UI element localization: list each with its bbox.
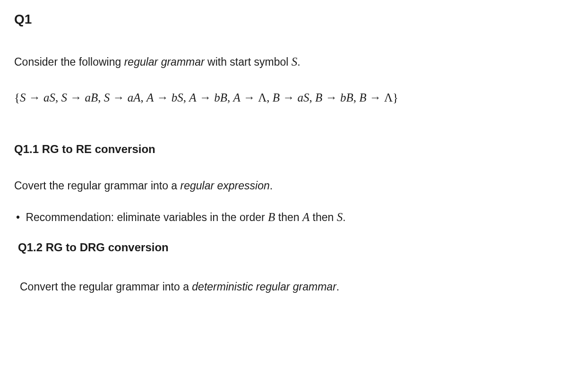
rec-var-b: B [268, 211, 275, 223]
intro-mid: with start symbol [205, 56, 292, 68]
intro-suffix: . [297, 56, 300, 68]
grammar-open-brace: { [14, 91, 20, 104]
sub2-instruction-emphasis: deterministic regular grammar [192, 281, 336, 293]
rec-var-s: S [337, 211, 343, 223]
intro-prefix: Consider the following [14, 56, 124, 68]
sub-question-2-heading: Q1.2 RG to DRG conversion [18, 239, 553, 256]
grammar-close-brace: } [393, 91, 398, 104]
sub2-instruction-suffix: . [336, 281, 339, 293]
question-title: Q1 [14, 9, 553, 29]
sub1-instruction: Covert the regular grammar into a regula… [14, 178, 553, 194]
intro-start-symbol: S [292, 55, 298, 68]
sub1-instruction-suffix: . [270, 179, 273, 192]
intro-paragraph: Consider the following regular grammar w… [14, 53, 553, 71]
rec-var-a: A [302, 211, 309, 223]
rec-suffix: . [343, 211, 345, 223]
grammar-definition: {S → aS, S → aB, S → aA, A → bS, A → bB,… [14, 87, 553, 108]
sub1-instruction-emphasis: regular expression [180, 179, 270, 192]
sub2-instruction-prefix: Convert the regular grammar into a [20, 281, 192, 293]
rec-mid1: then [275, 211, 302, 223]
rec-prefix: Recommendation: eliminate variables in t… [26, 211, 268, 223]
sub1-instruction-prefix: Covert the regular grammar into a [14, 179, 180, 192]
sub1-recommendation: Recommendation: eliminate variables in t… [16, 208, 553, 226]
rec-mid2: then [309, 211, 337, 223]
sub2-instruction: Convert the regular grammar into a deter… [20, 279, 553, 295]
grammar-rules: S → aS, S → aB, S → aA, A → bS, A → bB, … [20, 91, 393, 104]
sub-question-1-heading: Q1.1 RG to RE conversion [14, 141, 553, 158]
intro-emphasis: regular grammar [124, 56, 205, 68]
